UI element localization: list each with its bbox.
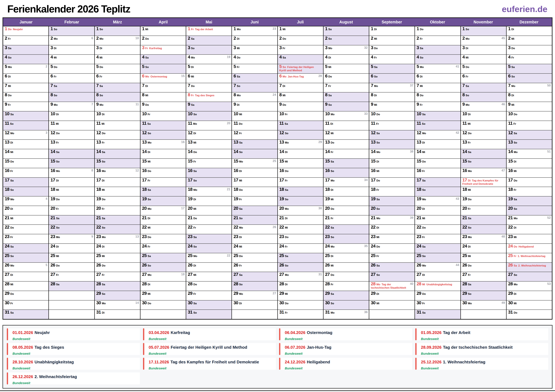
weekday-label: Do xyxy=(331,273,334,277)
week-number: 5 xyxy=(45,263,47,267)
day-number: 18 xyxy=(279,187,284,192)
day-number: 27 xyxy=(5,272,9,277)
weekday-label: Mo xyxy=(283,75,286,78)
day-number: 7 xyxy=(416,83,419,88)
day-number: 28 xyxy=(325,282,330,286)
month-header-juli: Juli xyxy=(278,18,323,26)
day-cell-januar-29: 29Do xyxy=(3,291,48,300)
weekday-label: Di xyxy=(285,151,288,154)
legend-holiday-date: 24.12.2026 xyxy=(285,360,305,364)
day-cell-marz-9: 9Mo11 xyxy=(95,102,140,111)
day-cell-mai-27: 27Mi xyxy=(186,272,232,282)
month-header-juni: Juni xyxy=(232,18,278,26)
legend-item-jan-hus-tag: 06.07.2026Jan-Hus-TagBundesweit xyxy=(279,343,412,355)
weekday-label: Fr xyxy=(193,292,196,295)
day-number: 17 xyxy=(371,178,375,182)
week-number: 29 xyxy=(319,140,322,144)
day-cell-marz-21: 21Sa xyxy=(95,215,140,225)
weekday-label: Do xyxy=(102,198,106,201)
month-header-januar: Januar xyxy=(3,18,49,26)
day-cell-oktober-25: 25So xyxy=(415,253,460,263)
day-cell-oktober-9: 9Fr xyxy=(415,102,460,111)
day-number: 17 xyxy=(416,178,421,182)
day-number: 18 xyxy=(5,187,9,192)
weekday-label: Mo xyxy=(193,188,197,192)
day-number: 3 xyxy=(142,45,145,50)
day-number: 1 xyxy=(462,26,465,31)
day-cell-april-29: 29Mi xyxy=(140,291,186,300)
day-cell-januar-5: 5Mo2 xyxy=(3,64,48,74)
day-cell-mai-23: 23Sa xyxy=(186,234,232,244)
day-number: 5 xyxy=(462,64,465,69)
week-number: 42 xyxy=(456,131,459,134)
day-number: 17 xyxy=(5,178,9,182)
day-number: 20 xyxy=(142,206,147,211)
day-cell-april-18: 18Sa xyxy=(140,187,186,196)
day-cell-marz-1: 1So xyxy=(95,26,140,36)
day-cell-dezember-5: 5Sa xyxy=(507,64,552,74)
day-cell-mai-25: 25Mo22 xyxy=(186,253,232,263)
weekday-label: Fr xyxy=(513,122,516,125)
weekday-label: So xyxy=(328,37,332,40)
day-number: 20 xyxy=(416,206,421,211)
day-cell-april-19: 19So xyxy=(140,196,186,206)
day-number: 19 xyxy=(188,196,192,201)
day-cell-oktober-8: 8Do xyxy=(415,93,460,102)
month-header-februar: Februar xyxy=(49,18,95,26)
day-cell-oktober-28: 28MiUnabhängigkeitstag xyxy=(415,282,460,291)
weekday-label: Mo xyxy=(10,198,14,201)
month-column-august: 1Sa2So3Mo324Di5Mi6Do7Fr8Sa9So10Mo3311Di1… xyxy=(323,26,369,319)
day-number: 7 xyxy=(142,83,145,88)
weekday-label: Mo xyxy=(100,37,103,40)
weekday-label: Sa xyxy=(10,245,14,248)
weekday-label: Mi xyxy=(331,264,334,267)
weekday-label: Fr xyxy=(283,47,285,50)
day-cell-dezember-30: 30Mi xyxy=(507,300,552,310)
weekday-label: Do xyxy=(8,28,12,31)
day-cell-februar-23: 23Mo9 xyxy=(49,234,94,244)
weekday-label: So xyxy=(10,255,14,258)
day-number: 14 xyxy=(416,149,421,154)
day-cell-januar-23: 23Fr xyxy=(3,234,48,244)
day-cell-mai-16: 16Sa xyxy=(186,168,232,178)
day-number: 26 xyxy=(325,263,330,267)
weekday-label: Do xyxy=(10,160,14,163)
day-number: 26 xyxy=(416,263,421,267)
day-cell-oktober-1: 1Do xyxy=(415,26,460,36)
day-number: 22 xyxy=(51,225,55,229)
day-number: 14 xyxy=(188,149,192,154)
weekday-label: Mi xyxy=(102,255,105,258)
weekday-label: Do xyxy=(239,122,242,125)
day-cell-marz-10: 10Di xyxy=(95,111,140,121)
day-cell-november-20: 20Fr xyxy=(461,206,506,215)
weekday-label: Mo xyxy=(285,273,289,277)
day-number: 3 xyxy=(371,45,373,50)
day-cell-mai-7: 7Do xyxy=(186,83,232,93)
day-number: 6 xyxy=(325,74,328,78)
day-number: 21 xyxy=(371,215,375,220)
weekday-label: Fr xyxy=(102,141,105,144)
day-cell-november-29: 29So xyxy=(461,291,506,300)
weekday-label: Mi xyxy=(102,122,105,125)
day-number: 2 xyxy=(462,36,465,41)
weekday-label: Do xyxy=(239,188,243,192)
day-cell-januar-14: 14Mi xyxy=(3,149,48,159)
day-cell-august-2: 2So xyxy=(323,36,369,45)
day-number: 23 xyxy=(5,234,9,239)
day-cell-juli-5: 5SoFeiertag der Heiligen Kyrill und Meth… xyxy=(278,64,323,74)
weekday-label: So xyxy=(191,47,195,50)
day-cell-august-29: 29Sa xyxy=(323,291,369,300)
empty-cell-februar-31 xyxy=(49,310,94,319)
day-cell-marz-6: 6Fr xyxy=(95,74,140,83)
weekday-label: Do xyxy=(420,28,424,31)
day-cell-dezember-11: 11Fr xyxy=(507,121,552,130)
month-column-dezember: 1Di2Mi3Do4Fr5Sa6So7Mo508Di9Mi10Do11Fr12S… xyxy=(507,26,552,319)
day-number: 29 xyxy=(96,291,101,296)
day-number: 7 xyxy=(508,83,511,88)
site-logo-link[interactable]: euferien.de xyxy=(502,4,548,14)
weekday-label: Fr xyxy=(376,122,379,125)
day-cell-september-9: 9Mi xyxy=(369,102,415,111)
weekday-label: Fr xyxy=(237,66,240,69)
day-cell-dezember-16: 16Mi xyxy=(507,168,552,178)
weekday-label: Do xyxy=(514,113,517,116)
